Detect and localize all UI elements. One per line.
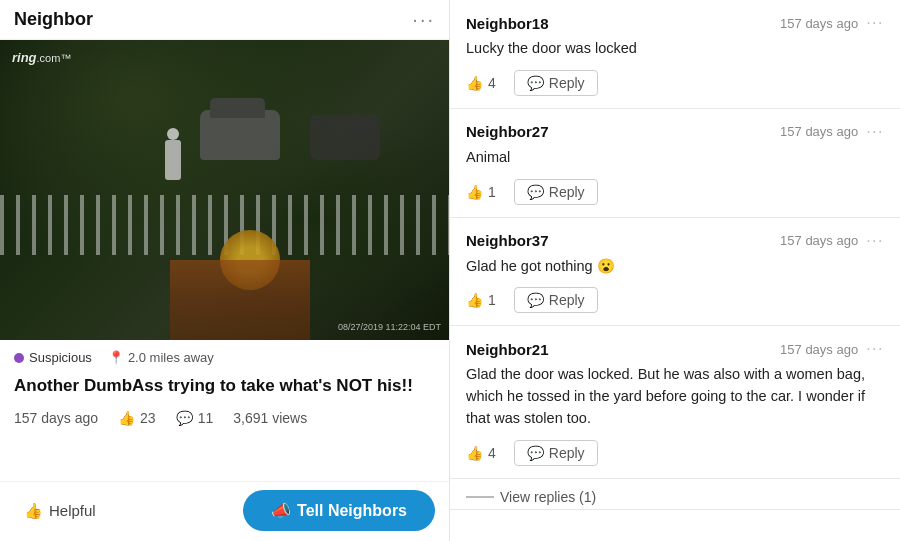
comment-author: Neighbor21 <box>466 341 549 358</box>
reply-button[interactable]: 💬 Reply <box>514 440 598 466</box>
car1-decoration <box>200 110 280 160</box>
comments-stat: 💬 11 <box>176 410 214 426</box>
comment-item: Neighbor21 157 days ago ··· Glad the doo… <box>450 326 900 478</box>
post-meta: Suspicious 📍 2.0 miles away <box>0 340 449 371</box>
like-button[interactable]: 👍 4 <box>466 75 496 91</box>
tell-neighbors-button[interactable]: 📣 Tell Neighbors <box>243 490 435 531</box>
tell-neighbors-label: Tell Neighbors <box>297 502 407 520</box>
view-replies-label: View replies (1) <box>500 489 596 505</box>
megaphone-icon: 📣 <box>271 501 291 520</box>
left-panel: Neighbor ··· ring.com™ 08/27/2019 11:22:… <box>0 0 450 541</box>
comment-time: 157 days ago <box>780 342 858 357</box>
video-player[interactable]: ring.com™ 08/27/2019 11:22:04 EDT <box>0 40 449 340</box>
like-count: 4 <box>488 75 496 91</box>
comments-count: 11 <box>198 410 214 426</box>
reply-button[interactable]: 💬 Reply <box>514 287 598 313</box>
video-timestamp: 08/27/2019 11:22:04 EDT <box>338 322 441 332</box>
like-button[interactable]: 👍 1 <box>466 292 496 308</box>
thumb-icon: 👍 <box>466 184 483 200</box>
category-label: Suspicious <box>29 350 92 365</box>
replies-line-decoration <box>466 496 494 498</box>
reply-chat-icon: 💬 <box>527 445 544 461</box>
comment-actions: 👍 4 💬 Reply <box>466 440 884 466</box>
comment-meta: 157 days ago ··· <box>780 232 884 250</box>
thumb-icon: 👍 <box>466 75 483 91</box>
helpful-label: Helpful <box>49 502 96 519</box>
comment-actions: 👍 1 💬 Reply <box>466 287 884 313</box>
likes-count: 23 <box>140 410 156 426</box>
pin-icon: 📍 <box>108 350 124 365</box>
reply-button[interactable]: 💬 Reply <box>514 70 598 96</box>
comment-meta: 157 days ago ··· <box>780 14 884 32</box>
reply-label: Reply <box>549 292 585 308</box>
header-menu-icon[interactable]: ··· <box>412 8 435 31</box>
comment-menu-icon[interactable]: ··· <box>866 14 884 32</box>
reply-label: Reply <box>549 184 585 200</box>
comment-item: Neighbor37 157 days ago ··· Glad he got … <box>450 218 900 327</box>
helpful-icon: 👍 <box>24 502 43 520</box>
comment-author: Neighbor37 <box>466 232 549 249</box>
post-stats: 157 days ago 👍 23 💬 11 3,691 views <box>0 406 449 434</box>
location-info: 📍 2.0 miles away <box>108 350 214 365</box>
comment-menu-icon[interactable]: ··· <box>866 123 884 141</box>
like-count: 1 <box>488 292 496 308</box>
comment-actions: 👍 4 💬 Reply <box>466 70 884 96</box>
comment-header: Neighbor37 157 days ago ··· <box>466 232 884 250</box>
car2-decoration <box>310 115 380 160</box>
post-header: Neighbor ··· <box>0 0 449 40</box>
comment-header: Neighbor27 157 days ago ··· <box>466 123 884 141</box>
comment-author: Neighbor18 <box>466 15 549 32</box>
comment-header: Neighbor18 157 days ago ··· <box>466 14 884 32</box>
category-badge: Suspicious <box>14 350 92 365</box>
reply-chat-icon: 💬 <box>527 184 544 200</box>
comments-icon: 💬 <box>176 410 193 426</box>
thumb-icon: 👍 <box>466 292 483 308</box>
like-count: 4 <box>488 445 496 461</box>
app-title: Neighbor <box>14 9 93 30</box>
comment-menu-icon[interactable]: ··· <box>866 232 884 250</box>
comment-time: 157 days ago <box>780 124 858 139</box>
like-count: 1 <box>488 184 496 200</box>
helpful-button[interactable]: 👍 Helpful <box>14 496 106 526</box>
ring-logo: ring.com™ <box>12 50 71 65</box>
comment-item: Neighbor27 157 days ago ··· Animal 👍 1 💬… <box>450 109 900 218</box>
comment-time: 157 days ago <box>780 233 858 248</box>
thumb-icon: 👍 <box>466 445 483 461</box>
comment-header: Neighbor21 157 days ago ··· <box>466 340 884 358</box>
views-count: 3,691 views <box>233 410 307 426</box>
reply-button[interactable]: 💬 Reply <box>514 179 598 205</box>
comment-text: Glad he got nothing 😮 <box>466 256 884 278</box>
like-button[interactable]: 👍 1 <box>466 184 496 200</box>
reply-chat-icon: 💬 <box>527 75 544 91</box>
comment-text: Lucky the door was locked <box>466 38 884 60</box>
post-time: 157 days ago <box>14 410 98 426</box>
comment-actions: 👍 1 💬 Reply <box>466 179 884 205</box>
reply-chat-icon: 💬 <box>527 292 544 308</box>
comment-text: Animal <box>466 147 884 169</box>
comment-text: Glad the door was locked. But he was als… <box>466 364 884 429</box>
distance-label: 2.0 miles away <box>128 350 214 365</box>
comment-time: 157 days ago <box>780 16 858 31</box>
reply-label: Reply <box>549 75 585 91</box>
person-decoration <box>165 140 181 180</box>
comment-meta: 157 days ago ··· <box>780 123 884 141</box>
category-dot <box>14 353 24 363</box>
likes-stat: 👍 23 <box>118 410 156 426</box>
reply-label: Reply <box>549 445 585 461</box>
action-bar: 👍 Helpful 📣 Tell Neighbors <box>0 481 449 541</box>
comment-meta: 157 days ago ··· <box>780 340 884 358</box>
comments-panel: Neighbor18 157 days ago ··· Lucky the do… <box>450 0 900 541</box>
like-button[interactable]: 👍 4 <box>466 445 496 461</box>
steps-decoration <box>170 260 310 340</box>
likes-icon: 👍 <box>118 410 135 426</box>
comment-item: Neighbor18 157 days ago ··· Lucky the do… <box>450 0 900 109</box>
comment-author: Neighbor27 <box>466 123 549 140</box>
comment-menu-icon[interactable]: ··· <box>866 340 884 358</box>
post-title: Another DumbAss trying to take what's NO… <box>0 371 449 406</box>
view-replies-button[interactable]: View replies (1) <box>450 479 900 510</box>
